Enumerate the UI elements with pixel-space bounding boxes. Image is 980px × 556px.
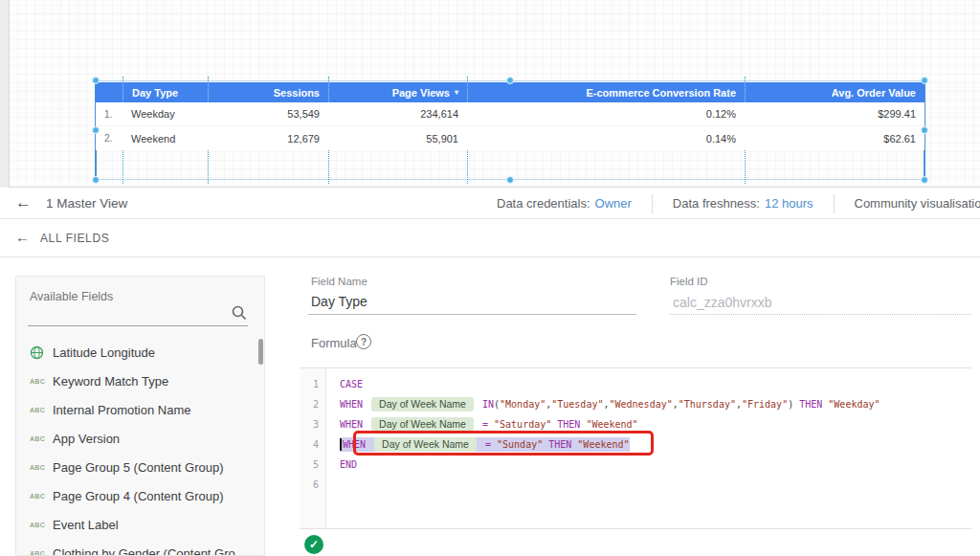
field-list-item[interactable]: ABCKeyword Match Type [16, 367, 265, 395]
highlighted-code: WHEN Day of Week Name = "Sunday" THEN "W… [340, 437, 630, 453]
field-list-item[interactable]: ABCEvent Label [16, 510, 265, 539]
canvas-left-gutter [0, 0, 10, 188]
table-header-cell[interactable]: Page Views▾ [328, 82, 467, 102]
code-token: "Friday" [742, 399, 788, 410]
column-label: Avg. Order Value [832, 87, 916, 99]
field-list-item[interactable]: ABCClothing by Gender (Content Gro [16, 539, 265, 556]
text-type-icon: ABC [30, 407, 53, 413]
text-type-icon: ABC [30, 550, 53, 556]
field-id-value: calc_zza0hvrxxb [673, 295, 772, 310]
row-number: 2. [96, 126, 122, 150]
table-header-cell[interactable] [96, 82, 122, 102]
datasource-status-group: Data credentials:OwnerData freshness:12 … [497, 188, 980, 219]
abc-glyph: ABC [30, 493, 45, 500]
table-cell: $299.41 [745, 102, 924, 126]
text-cursor [340, 438, 342, 451]
code-token: "Weekday" [828, 399, 880, 410]
resize-handle[interactable] [506, 176, 514, 184]
fields-scrollbar-thumb[interactable] [258, 339, 263, 365]
formula-valid-check-icon: ✓ [304, 535, 323, 554]
column-label: Page Views [392, 87, 450, 99]
table-cell: 0.14% [467, 126, 745, 150]
table-cell: $62.61 [745, 126, 924, 150]
back-arrow-icon[interactable]: ← [15, 229, 30, 245]
field-chip[interactable]: Day of Week Name [371, 397, 474, 412]
field-list-item[interactable]: ABCPage Group 5 (Content Group) [16, 453, 265, 481]
text-type-icon: ABC [30, 522, 53, 528]
resize-handle[interactable] [921, 77, 928, 84]
abc-glyph: ABC [30, 522, 45, 528]
resize-handle[interactable] [921, 176, 928, 184]
field-search-input[interactable] [28, 325, 248, 326]
field-name: Event Label [53, 518, 119, 532]
data-table: Day TypeSessionsPage Views▾E-commerce Co… [96, 82, 924, 150]
code-token: "Wednesday" [609, 399, 672, 410]
field-name: Page Group 4 (Content Group) [53, 489, 224, 503]
field-name: Latitude Longitude [53, 345, 155, 360]
text-type-icon: ABC [30, 464, 53, 471]
code-token: IN [482, 399, 494, 410]
table-cell: 0.12% [467, 102, 745, 126]
status-label: Data credentials: [497, 196, 590, 211]
all-fields-bar: ← ALL FIELDS [0, 219, 980, 257]
help-icon[interactable]: ? [356, 334, 371, 349]
status-value-link[interactable]: Owner [595, 196, 632, 211]
field-chip[interactable]: Day of Week Name [371, 417, 474, 433]
code-token: = [482, 419, 494, 430]
table-header-cell[interactable]: E-commerce Conversion Rate [467, 82, 745, 102]
field-name-label: Field Name [311, 276, 368, 287]
field-name-input[interactable]: Day Type [311, 294, 368, 309]
code-token: = [485, 439, 497, 450]
line-number: 6 [300, 475, 325, 495]
formula-code-area[interactable]: CASEWHEN Day of Week Name IN("Monday","T… [326, 368, 971, 528]
resize-handle[interactable] [92, 176, 100, 184]
formula-editor[interactable]: 123456 CASEWHEN Day of Week Name IN("Mon… [300, 367, 971, 529]
field-name: Clothing by Gender (Content Gro [53, 546, 235, 556]
table-header-cell[interactable]: Avg. Order Value [745, 82, 924, 102]
resize-handle[interactable] [921, 126, 928, 134]
field-list-item[interactable]: ABCApp Version [16, 424, 265, 453]
resize-handle[interactable] [506, 77, 514, 84]
line-number: 2 [300, 394, 325, 414]
sort-arrow-icon[interactable]: ▾ [455, 88, 458, 97]
column-label: Sessions [274, 87, 320, 99]
table-cell: Weekday [122, 102, 208, 126]
code-token: "Tuesday" [551, 399, 603, 410]
code-text: END [340, 459, 357, 470]
search-icon[interactable] [231, 304, 248, 322]
code-token: THEN [799, 399, 828, 410]
table-cell: 55,901 [328, 126, 467, 150]
table-header-cell[interactable]: Sessions [208, 82, 328, 102]
line-number: 4 [300, 434, 325, 455]
code-token: CASE [340, 379, 363, 389]
resize-handle[interactable] [92, 77, 100, 84]
code-token: WHEN [340, 399, 368, 410]
field-list-item[interactable]: ABCPage Group 4 (Content Group) [16, 481, 265, 510]
line-number-gutter: 123456 [300, 368, 326, 528]
resize-handle[interactable] [92, 126, 100, 134]
table-cell: 53,549 [208, 102, 328, 126]
status-value-link[interactable]: 12 hours [765, 196, 813, 211]
field-list-item[interactable]: ABCInternal Promotion Name [16, 395, 265, 424]
selected-table-component[interactable]: Day TypeSessionsPage Views▾E-commerce Co… [96, 80, 924, 180]
status-divider [834, 194, 835, 213]
code-line: WHEN Day of Week Name = "Saturday" THEN … [340, 414, 971, 434]
back-arrow-icon[interactable]: ← [15, 193, 32, 212]
field-name: Internal Promotion Name [53, 403, 191, 417]
code-token: END [340, 459, 357, 470]
row-number: 1. [96, 102, 122, 126]
column-label: Day Type [132, 87, 178, 99]
status-item: Community visualisations access: [855, 196, 980, 211]
globe-icon [30, 345, 53, 360]
field-chip[interactable]: Day of Week Name [374, 437, 477, 453]
field-list-item[interactable]: Latitude Longitude [16, 338, 265, 367]
code-text: WHEN Day of Week Name = "Saturday" THEN … [340, 417, 638, 433]
field-name-underline [308, 314, 636, 315]
code-line: END [340, 455, 971, 475]
abc-glyph: ABC [30, 378, 45, 385]
table-header-cell[interactable]: Day Type [122, 82, 208, 102]
text-type-icon: ABC [30, 435, 53, 442]
available-fields-panel: Available Fields Latitude LongitudeABCKe… [15, 276, 265, 556]
line-number: 3 [300, 414, 325, 434]
code-line: WHEN Day of Week Name = "Sunday" THEN "W… [340, 434, 971, 455]
